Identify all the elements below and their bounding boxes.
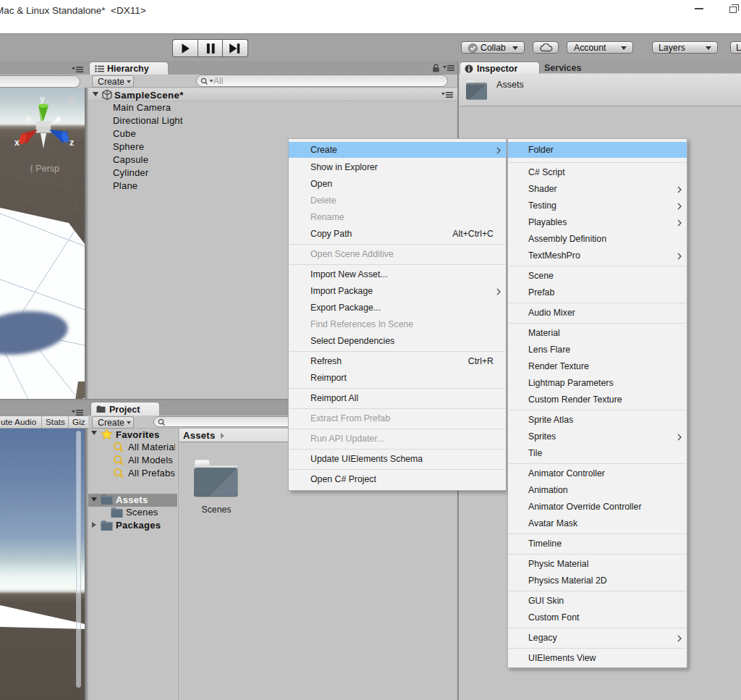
- svg-text:z: z: [69, 138, 74, 148]
- svg-text:y: y: [40, 94, 45, 104]
- svg-text:x: x: [14, 138, 20, 148]
